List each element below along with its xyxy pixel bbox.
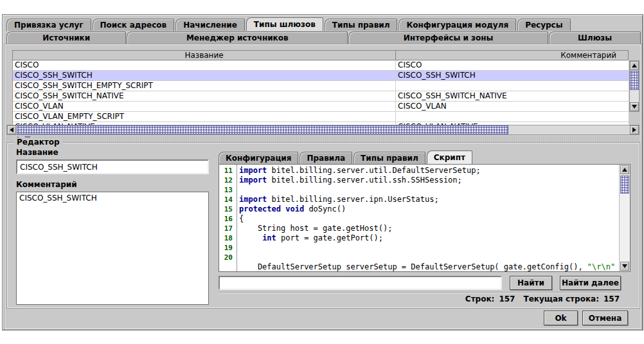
table-row[interactable]: CISCO_SSH_SWITCH_NATIVECISCO_SSH_SWITCH_… bbox=[13, 91, 629, 102]
comment-textarea[interactable] bbox=[16, 192, 209, 305]
vertical-scroll-thumb[interactable] bbox=[630, 71, 639, 90]
code-segment: { bbox=[239, 214, 244, 223]
code-segment: import bbox=[239, 166, 267, 175]
main-tab-0[interactable]: Привязка услуг bbox=[6, 19, 91, 31]
line-number: 15 bbox=[219, 204, 236, 214]
column-header-name[interactable]: Название bbox=[13, 51, 396, 60]
code-segment bbox=[239, 233, 262, 242]
code-line: DefaultServerSetup serverSetup = Default… bbox=[219, 262, 620, 271]
line-number: 19 bbox=[219, 243, 236, 253]
scroll-left-icon[interactable] bbox=[7, 125, 16, 134]
code-line: 19 bbox=[219, 243, 620, 253]
code-segment: port = gate.getPort(); bbox=[276, 233, 383, 242]
cell-name: CISCO_SSH_SWITCH_EMPTY_SCRIPT bbox=[13, 81, 396, 91]
editor-tab-2[interactable]: Типы правил bbox=[353, 152, 425, 164]
table-row[interactable]: CISCO_SSH_SWITCH_EMPTY_SCRIPT bbox=[13, 81, 629, 91]
sub-tab-0[interactable]: Источники bbox=[6, 32, 126, 44]
content-panel: Название Комментарий CISCOCISCOCISCO_SSH… bbox=[4, 44, 642, 330]
status-bar: Строк: 157 Текущая строка: 157 bbox=[465, 294, 620, 303]
gateway-types-table: CISCOCISCOCISCO_SSH_SWITCHCISCO_SSH_SWIT… bbox=[12, 60, 629, 125]
table-row[interactable]: CISCOCISCO bbox=[13, 60, 629, 71]
line-number: 16 bbox=[219, 214, 236, 224]
cell-comment bbox=[396, 112, 629, 122]
search-input[interactable] bbox=[219, 276, 502, 290]
sub-tab-3[interactable]: Шлюзы bbox=[549, 32, 641, 44]
script-code-editor[interactable]: 11import bitel.billing.server.util.Defau… bbox=[219, 164, 631, 272]
line-number: 20 bbox=[219, 253, 236, 262]
main-tab-bar: Привязка услугПоиск адресовНачислениеТип… bbox=[6, 17, 640, 31]
line-number: 13 bbox=[219, 185, 236, 195]
code-segment: String host = gate.getHost(); bbox=[239, 224, 392, 233]
cell-name: CISCO bbox=[13, 60, 396, 70]
line-number: 18 bbox=[219, 233, 236, 243]
name-input[interactable] bbox=[16, 159, 209, 174]
comment-label: Комментарий bbox=[16, 180, 77, 189]
screen: Привязка услугПоиск адресовНачислениеТип… bbox=[0, 0, 644, 344]
cell-comment: CISCO_VLAN bbox=[396, 102, 629, 111]
table-header: Название Комментарий bbox=[12, 50, 629, 60]
editor-vertical-scrollbar[interactable] bbox=[619, 165, 630, 271]
code-line: 17 String host = gate.getHost(); bbox=[219, 224, 620, 233]
code-lines: 11import bitel.billing.server.util.Defau… bbox=[219, 166, 620, 271]
code-segment: doSync() bbox=[304, 204, 346, 213]
code-line: 14import bitel.billing.server.ipn.UserSt… bbox=[219, 195, 620, 204]
scroll-up-icon[interactable] bbox=[620, 165, 629, 174]
editor-tab-0[interactable]: Конфигурация bbox=[219, 152, 298, 164]
table-vertical-scrollbar[interactable] bbox=[629, 60, 640, 112]
code-line: 11import bitel.billing.server.util.Defau… bbox=[219, 166, 620, 176]
scroll-down-icon[interactable] bbox=[630, 102, 639, 111]
main-tab-2[interactable]: Начисление bbox=[175, 19, 245, 31]
table-horizontal-scrollbar[interactable] bbox=[6, 125, 640, 135]
scroll-down-icon[interactable] bbox=[620, 262, 629, 271]
code-segment: "\r\n" bbox=[587, 262, 615, 271]
status-separator bbox=[219, 292, 621, 293]
code-segment: protected bbox=[239, 204, 281, 213]
horizontal-scroll-thumb[interactable] bbox=[17, 125, 508, 134]
find-next-button[interactable]: Найти далее bbox=[560, 276, 621, 290]
main-tab-4[interactable]: Типы правил bbox=[325, 19, 398, 31]
cell-name: CISCO_SSH_SWITCH bbox=[13, 71, 396, 80]
code-segment: import bbox=[239, 195, 267, 204]
column-header-comment[interactable]: Комментарий bbox=[396, 51, 628, 60]
editor-scroll-thumb[interactable] bbox=[620, 176, 629, 194]
ok-button[interactable]: Ok bbox=[544, 311, 578, 325]
cancel-button[interactable]: Отмена bbox=[582, 311, 628, 325]
gutter-separator bbox=[237, 165, 237, 271]
scroll-up-icon[interactable] bbox=[630, 61, 639, 70]
main-tab-3[interactable]: Типы шлюзов bbox=[246, 17, 323, 31]
code-line: 13 bbox=[219, 185, 620, 195]
code-segment: void bbox=[285, 204, 304, 213]
cell-comment: CISCO_SSH_SWITCH bbox=[396, 71, 629, 80]
current-line-label: Текущая строка: bbox=[523, 294, 598, 303]
current-line-value: 157 bbox=[604, 294, 620, 303]
table-row[interactable]: CISCO_VLANCISCO_VLAN bbox=[13, 102, 629, 112]
sub-tab-bar: ИсточникиМенеджер источниковИнтерфейсы и… bbox=[6, 31, 641, 44]
sub-tab-2[interactable]: Интерфейсы и зоны bbox=[348, 32, 548, 44]
main-tab-5[interactable]: Конфигурация модуля bbox=[398, 19, 516, 31]
editor-tab-bar: КонфигурацияПравилаТипы правилСкрипт bbox=[219, 150, 474, 164]
main-tab-6[interactable]: Ресурсы bbox=[517, 19, 570, 31]
sub-tab-1[interactable]: Менеджер источников bbox=[127, 32, 348, 44]
scroll-right-icon[interactable] bbox=[630, 125, 639, 134]
main-tab-1[interactable]: Поиск адресов bbox=[93, 19, 175, 31]
code-line: 12import bitel.billing.server.util.ssh.S… bbox=[219, 176, 620, 185]
cell-comment: CISCO_SSH_SWITCH_NATIVE bbox=[396, 91, 629, 101]
editor-panel-title: Редактор bbox=[13, 138, 63, 147]
lines-count-value: 157 bbox=[499, 294, 515, 303]
code-line: 20 bbox=[219, 253, 620, 262]
line-number: 11 bbox=[219, 166, 236, 176]
editor-tab-3[interactable]: Скрипт bbox=[427, 150, 472, 164]
editor-panel: Редактор Название Комментарий Конфигурац… bbox=[6, 142, 640, 309]
table-row[interactable]: CISCO_VLAN_EMPTY_SCRIPT bbox=[13, 112, 629, 122]
cell-comment: CISCO bbox=[396, 60, 629, 70]
find-button[interactable]: Найти bbox=[510, 276, 552, 290]
line-number: 14 bbox=[219, 195, 236, 204]
cell-name: CISCO_VLAN_EMPTY_SCRIPT bbox=[13, 112, 396, 122]
code-line: 16{ bbox=[219, 214, 620, 224]
split-divider[interactable] bbox=[6, 136, 640, 141]
code-segment: import bbox=[239, 176, 267, 185]
editor-tab-1[interactable]: Правила bbox=[300, 152, 352, 164]
code-segment: bitel.billing.server.ipn.UserStatus; bbox=[267, 195, 438, 204]
app-window: Привязка услугПоиск адресовНачислениеТип… bbox=[2, 14, 643, 330]
table-row[interactable]: CISCO_SSH_SWITCHCISCO_SSH_SWITCH bbox=[13, 71, 629, 81]
